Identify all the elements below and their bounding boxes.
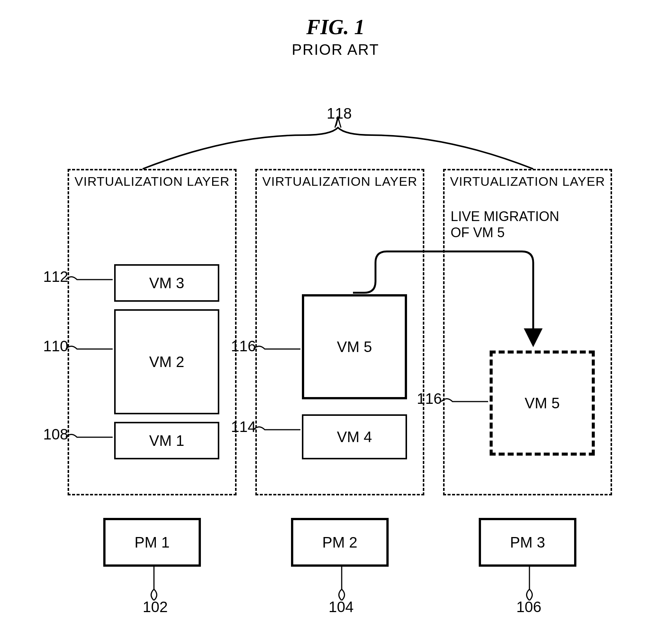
pm-2: PM 2 bbox=[291, 518, 389, 567]
pm-1: PM 1 bbox=[103, 518, 201, 567]
tick-116a-icon bbox=[253, 343, 302, 355]
tick-106-icon bbox=[524, 567, 535, 600]
ref-number-108: 108 bbox=[43, 426, 68, 443]
migration-line-1: LIVE MIGRATION bbox=[451, 209, 559, 224]
vm-4: VM 4 bbox=[302, 414, 407, 459]
tick-114-icon bbox=[253, 424, 302, 435]
vm-2: VM 2 bbox=[114, 309, 219, 414]
tick-104-icon bbox=[336, 567, 347, 600]
figure-subtitle: PRIOR ART bbox=[292, 41, 379, 58]
ref-number-110: 110 bbox=[43, 338, 68, 355]
vm-1: VM 1 bbox=[114, 422, 219, 459]
tick-108-icon bbox=[66, 432, 115, 443]
migration-label: LIVE MIGRATION OF VM 5 bbox=[451, 208, 559, 241]
tick-112-icon bbox=[66, 274, 115, 285]
ref-number-116-dest: 116 bbox=[417, 390, 442, 407]
figure-title: FIG. 1 bbox=[306, 15, 365, 39]
ref-number-106: 106 bbox=[516, 599, 541, 615]
migration-arrow-icon bbox=[353, 248, 559, 353]
brace-icon bbox=[116, 116, 567, 173]
tick-110-icon bbox=[66, 343, 115, 355]
ref-number-112: 112 bbox=[43, 268, 68, 285]
ref-number-114: 114 bbox=[231, 418, 256, 435]
ref-number-102: 102 bbox=[143, 599, 168, 615]
virtualization-layer-1: VIRTUALIZATION LAYER VM 3 VM 2 VM 1 bbox=[68, 169, 237, 495]
ref-number-116-src: 116 bbox=[231, 338, 256, 355]
tick-102-icon bbox=[148, 567, 160, 600]
migration-line-2: OF VM 5 bbox=[451, 225, 505, 240]
tick-116b-icon bbox=[441, 396, 490, 407]
pm-3: PM 3 bbox=[479, 518, 576, 567]
vm-3: VM 3 bbox=[114, 264, 219, 302]
layer-2-title: VIRTUALIZATION LAYER bbox=[262, 174, 418, 189]
vm-5-destination: VM 5 bbox=[490, 351, 595, 456]
ref-number-104: 104 bbox=[329, 599, 354, 615]
layer-1-title: VIRTUALIZATION LAYER bbox=[75, 174, 230, 189]
layer-3-title: VIRTUALIZATION LAYER bbox=[450, 174, 605, 189]
